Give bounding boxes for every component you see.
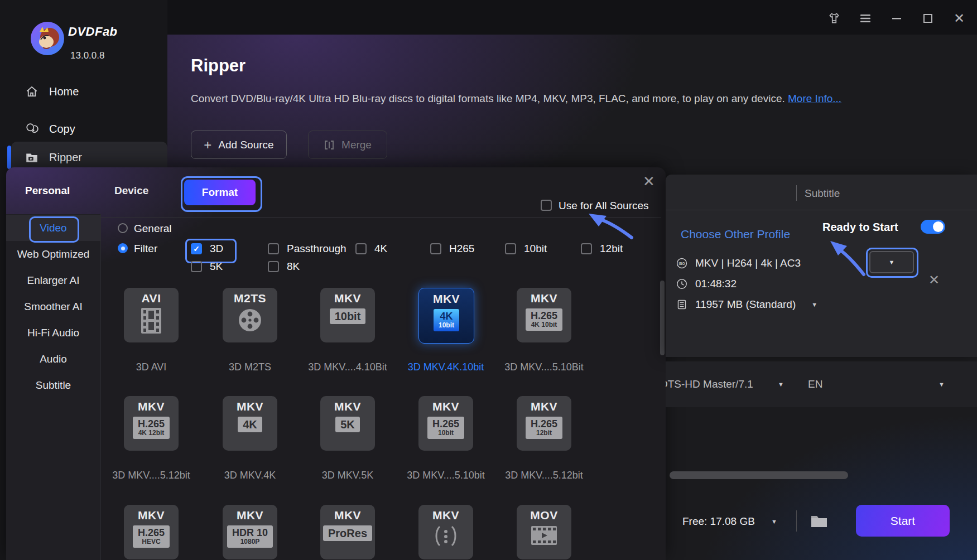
format-tile-3d-mkv....5.10bit[interactable]: MKVH.2654K 10bit <box>517 288 571 342</box>
close-icon[interactable]: ✕ <box>951 10 968 27</box>
tile-badge-line: 4K 12bit <box>138 429 165 437</box>
format-tile-3d-mkv....4.10bit[interactable]: MKV10bit <box>320 288 375 342</box>
checkbox-3d[interactable]: ✓ <box>191 243 202 254</box>
format-tile-3d-mkv....5.12bit[interactable]: MKVH.2654K 12bit <box>124 396 179 451</box>
format-tile-mkv[interactable]: MKVH.265HEVC <box>124 505 179 559</box>
app-version: 13.0.0.8 <box>70 50 104 61</box>
start-label: Start <box>891 514 915 528</box>
start-button[interactable]: Start <box>856 505 950 537</box>
ready-toggle[interactable] <box>921 220 945 234</box>
tshirt-icon[interactable] <box>826 10 843 27</box>
format-tile-3d-mkv....5.10bit[interactable]: MKVH.26510bit <box>418 396 473 451</box>
more-info-link[interactable]: More Info... <box>788 93 841 104</box>
format-tile-label[interactable]: 3D MKV....5.12bit <box>95 470 207 481</box>
tab-subtitle[interactable]: Subtitle <box>805 187 840 200</box>
format-tile-3d-mkv.4k[interactable]: MKV4K <box>223 396 277 451</box>
caret-down-icon[interactable]: ▼ <box>778 381 784 388</box>
caret-down-icon[interactable]: ▼ <box>811 301 817 308</box>
format-tile-3d-mkv.4k.10bit[interactable]: MKV4K10bit <box>418 288 474 344</box>
use-for-all-checkbox[interactable] <box>541 200 552 211</box>
checkbox-4k[interactable] <box>355 243 367 254</box>
format-tile-label[interactable]: 3D MKV....5.12bit <box>488 470 600 481</box>
format-tile-mov[interactable]: MOV <box>517 505 571 559</box>
folder-icon[interactable] <box>810 513 828 529</box>
radio-filter[interactable] <box>118 243 128 253</box>
format-tile-label[interactable]: 3D MKV....4.10Bit <box>292 361 403 373</box>
overlay-close-icon[interactable]: ✕ <box>643 174 655 189</box>
tile-format-name: MKV <box>531 292 557 305</box>
tile-badge-line: 4K 10bit <box>531 321 557 329</box>
clock-icon <box>676 278 687 289</box>
caret-down-icon[interactable]: ▼ <box>771 518 777 525</box>
sidebar-item-copy[interactable]: Copy <box>0 115 167 142</box>
tile-format-name: MKV <box>334 400 361 413</box>
format-nav-audio[interactable]: Audio <box>6 346 100 372</box>
tab-format[interactable]: Format <box>184 180 256 205</box>
add-source-button[interactable]: + Add Source <box>191 131 287 159</box>
merge-button[interactable]: Merge <box>308 131 387 159</box>
format-nav-hi-fi-audio[interactable]: Hi-Fi Audio <box>6 320 100 346</box>
toggle-knob <box>933 221 944 232</box>
use-for-all-label: Use for All Sources <box>559 200 649 212</box>
format-tile-3d-mkv....5.12bit[interactable]: MKVH.26512bit <box>517 396 571 451</box>
copy-icon <box>25 122 39 136</box>
checkbox-12bit[interactable] <box>581 243 592 254</box>
checkbox-passthrough[interactable] <box>268 243 279 254</box>
format-tile-3d-mkv.5k[interactable]: MKV5K <box>320 396 375 451</box>
size-list-icon <box>676 299 687 310</box>
format-tile-mkv[interactable]: MKVProRes <box>320 505 375 559</box>
tile-format-name: MKV <box>334 292 361 305</box>
format-tile-label[interactable]: 3D MKV.5K <box>292 470 403 481</box>
tile-badge: ProRes <box>323 525 372 541</box>
format-nav-smoother-ai[interactable]: Smoother AI <box>6 293 100 320</box>
radio-general[interactable] <box>118 223 128 233</box>
format-tile-label[interactable]: 3D AVI <box>95 361 207 373</box>
maximize-icon[interactable] <box>920 10 936 27</box>
tile-badge-line: H.265 <box>531 418 557 429</box>
profile-close-icon[interactable]: ✕ <box>928 273 940 287</box>
audio-track-select[interactable]: DTS-HD Master/7.1 <box>666 378 772 390</box>
minimize-icon[interactable] <box>888 10 905 27</box>
caret-down-icon[interactable]: ▼ <box>939 381 945 388</box>
sidebar-item-label: Home <box>49 85 79 98</box>
format-tile-mkv[interactable]: MKV <box>418 505 473 559</box>
tile-badge: H.26512bit <box>526 417 562 439</box>
checkbox-5k[interactable] <box>191 261 202 272</box>
format-nav-subtitle[interactable]: Subtitle <box>6 372 100 398</box>
checkbox-10bit[interactable] <box>505 243 516 254</box>
tile-badge-line: 10bit <box>335 310 361 322</box>
format-nav-web-optimized[interactable]: Web Optimized <box>6 241 100 267</box>
tile-badge-line: H.265 <box>531 310 557 321</box>
tile-badge: 10bit <box>330 308 366 324</box>
tile-format-name: MKV <box>531 400 557 413</box>
format-tile-label[interactable]: 3D MKV....5.10bit <box>390 470 502 481</box>
subtitle-lang-select[interactable]: EN <box>808 378 822 390</box>
tile-badge-line: 10bit <box>432 429 459 437</box>
page-description: Convert DVD/Blu-ray/4K Ultra HD Blu-ray … <box>191 93 841 105</box>
format-tile-label[interactable]: 3D MKV.4K <box>194 470 306 481</box>
menu-icon[interactable] <box>857 10 874 27</box>
tile-badge-line: 1080P <box>232 538 268 545</box>
tile-format-name: MKV <box>432 509 459 522</box>
horizontal-scrollbar-thumb[interactable] <box>670 471 848 479</box>
format-nav-label: Web Optimized <box>17 248 90 260</box>
checkbox-h265[interactable] <box>430 243 441 254</box>
vertical-scrollbar-thumb[interactable] <box>660 281 665 355</box>
format-nav-enlarger-ai[interactable]: Enlarger AI <box>6 267 100 293</box>
format-nav-video[interactable]: Video <box>6 215 100 241</box>
tab-device[interactable]: Device <box>114 185 148 197</box>
format-tile-3d-avi[interactable]: AVI <box>124 288 179 342</box>
window-controls: ✕ <box>826 10 971 27</box>
format-tile-label[interactable]: 3D MKV.4K.10bit <box>390 361 502 373</box>
format-tile-label[interactable]: 3D MKV....5.10Bit <box>488 361 600 373</box>
profile-dropdown-button[interactable]: ▼ <box>869 251 914 273</box>
sidebar-item-home[interactable]: Home <box>0 78 167 105</box>
format-tile-mkv[interactable]: MKVHDR 101080P <box>223 505 277 559</box>
checkbox-8k[interactable] <box>268 261 279 272</box>
choose-other-profile-link[interactable]: Choose Other Profile <box>681 228 790 241</box>
checkbox-label: 8K <box>287 260 300 273</box>
format-tile-label[interactable]: 3D M2TS <box>194 361 306 373</box>
format-tile-3d-m2ts[interactable]: M2TS <box>223 288 277 342</box>
profile-info-text: MKV | H264 | 4k | AC3 <box>695 257 801 269</box>
divider <box>796 185 797 201</box>
